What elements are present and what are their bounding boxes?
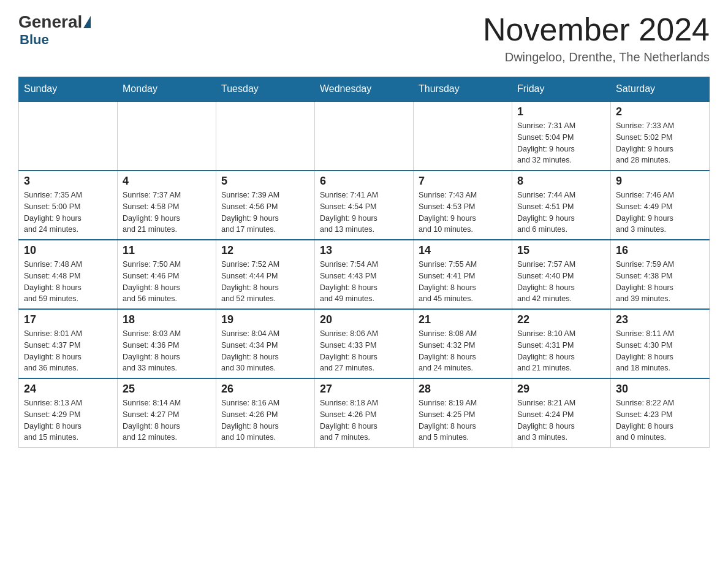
calendar-cell: 1Sunrise: 7:31 AMSunset: 5:04 PMDaylight… [512, 101, 611, 170]
day-info: Sunrise: 8:03 AMSunset: 4:36 PMDaylight:… [123, 328, 211, 374]
day-number: 25 [123, 383, 211, 396]
calendar-cell: 8Sunrise: 7:44 AMSunset: 4:51 PMDaylight… [512, 170, 611, 240]
weekday-header-sunday: Sunday [19, 77, 118, 102]
week-row-1: 1Sunrise: 7:31 AMSunset: 5:04 PMDaylight… [19, 101, 710, 170]
weekday-header-thursday: Thursday [414, 77, 512, 102]
weekday-header-monday: Monday [118, 77, 216, 102]
logo-general-text: General [18, 12, 82, 32]
day-number: 1 [517, 105, 605, 118]
month-title: November 2024 [483, 12, 710, 47]
calendar-cell: 27Sunrise: 8:18 AMSunset: 4:26 PMDayligh… [315, 378, 414, 448]
calendar-cell: 20Sunrise: 8:06 AMSunset: 4:33 PMDayligh… [315, 309, 414, 378]
day-info: Sunrise: 8:06 AMSunset: 4:33 PMDaylight:… [320, 328, 408, 374]
calendar-cell: 4Sunrise: 7:37 AMSunset: 4:58 PMDaylight… [118, 170, 216, 240]
day-number: 5 [221, 175, 309, 188]
day-info: Sunrise: 7:57 AMSunset: 4:40 PMDaylight:… [517, 259, 605, 305]
day-info: Sunrise: 8:08 AMSunset: 4:32 PMDaylight:… [419, 328, 507, 374]
day-number: 30 [616, 383, 704, 396]
day-info: Sunrise: 7:54 AMSunset: 4:43 PMDaylight:… [320, 259, 408, 305]
week-row-2: 3Sunrise: 7:35 AMSunset: 5:00 PMDaylight… [19, 170, 710, 240]
calendar-cell: 15Sunrise: 7:57 AMSunset: 4:40 PMDayligh… [512, 240, 611, 309]
calendar-cell [414, 101, 512, 170]
day-info: Sunrise: 7:46 AMSunset: 4:49 PMDaylight:… [616, 190, 704, 236]
calendar-cell: 5Sunrise: 7:39 AMSunset: 4:56 PMDaylight… [216, 170, 315, 240]
calendar-cell: 16Sunrise: 7:59 AMSunset: 4:38 PMDayligh… [611, 240, 710, 309]
calendar-cell: 30Sunrise: 8:22 AMSunset: 4:23 PMDayligh… [611, 378, 710, 448]
day-info: Sunrise: 8:10 AMSunset: 4:31 PMDaylight:… [517, 328, 605, 374]
calendar-cell: 6Sunrise: 7:41 AMSunset: 4:54 PMDaylight… [315, 170, 414, 240]
day-number: 16 [616, 244, 704, 257]
day-info: Sunrise: 7:33 AMSunset: 5:02 PMDaylight:… [616, 120, 704, 166]
weekday-header-tuesday: Tuesday [216, 77, 315, 102]
calendar-cell: 19Sunrise: 8:04 AMSunset: 4:34 PMDayligh… [216, 309, 315, 378]
day-number: 3 [24, 175, 112, 188]
day-info: Sunrise: 8:16 AMSunset: 4:26 PMDaylight:… [221, 397, 309, 443]
logo-blue-text: Blue [20, 32, 49, 47]
day-number: 7 [419, 175, 507, 188]
calendar-cell: 17Sunrise: 8:01 AMSunset: 4:37 PMDayligh… [19, 309, 118, 378]
calendar-cell: 12Sunrise: 7:52 AMSunset: 4:44 PMDayligh… [216, 240, 315, 309]
day-number: 15 [517, 244, 605, 257]
logo-triangle-icon [83, 16, 91, 28]
day-info: Sunrise: 8:13 AMSunset: 4:29 PMDaylight:… [24, 397, 112, 443]
calendar-cell [315, 101, 414, 170]
day-info: Sunrise: 7:44 AMSunset: 4:51 PMDaylight:… [517, 190, 605, 236]
calendar-cell: 7Sunrise: 7:43 AMSunset: 4:53 PMDaylight… [414, 170, 512, 240]
day-info: Sunrise: 8:18 AMSunset: 4:26 PMDaylight:… [320, 397, 408, 443]
day-number: 23 [616, 313, 704, 326]
week-row-3: 10Sunrise: 7:48 AMSunset: 4:48 PMDayligh… [19, 240, 710, 309]
day-number: 27 [320, 383, 408, 396]
weekday-header-wednesday: Wednesday [315, 77, 414, 102]
day-info: Sunrise: 7:48 AMSunset: 4:48 PMDaylight:… [24, 259, 112, 305]
day-number: 29 [517, 383, 605, 396]
calendar-cell: 29Sunrise: 8:21 AMSunset: 4:24 PMDayligh… [512, 378, 611, 448]
day-info: Sunrise: 7:59 AMSunset: 4:38 PMDaylight:… [616, 259, 704, 305]
calendar-cell [216, 101, 315, 170]
calendar-cell: 18Sunrise: 8:03 AMSunset: 4:36 PMDayligh… [118, 309, 216, 378]
calendar-cell: 3Sunrise: 7:35 AMSunset: 5:00 PMDaylight… [19, 170, 118, 240]
day-info: Sunrise: 7:31 AMSunset: 5:04 PMDaylight:… [517, 120, 605, 166]
calendar-cell: 26Sunrise: 8:16 AMSunset: 4:26 PMDayligh… [216, 378, 315, 448]
day-number: 17 [24, 313, 112, 326]
calendar-cell [19, 101, 118, 170]
day-info: Sunrise: 8:01 AMSunset: 4:37 PMDaylight:… [24, 328, 112, 374]
day-number: 18 [123, 313, 211, 326]
day-number: 11 [123, 244, 211, 257]
day-number: 14 [419, 244, 507, 257]
day-number: 13 [320, 244, 408, 257]
day-info: Sunrise: 8:04 AMSunset: 4:34 PMDaylight:… [221, 328, 309, 374]
day-number: 22 [517, 313, 605, 326]
day-info: Sunrise: 8:21 AMSunset: 4:24 PMDaylight:… [517, 397, 605, 443]
weekday-header-friday: Friday [512, 77, 611, 102]
day-number: 6 [320, 175, 408, 188]
day-info: Sunrise: 7:39 AMSunset: 4:56 PMDaylight:… [221, 190, 309, 236]
day-number: 20 [320, 313, 408, 326]
day-info: Sunrise: 7:43 AMSunset: 4:53 PMDaylight:… [419, 190, 507, 236]
day-info: Sunrise: 7:55 AMSunset: 4:41 PMDaylight:… [419, 259, 507, 305]
weekday-header-saturday: Saturday [611, 77, 710, 102]
calendar-cell: 13Sunrise: 7:54 AMSunset: 4:43 PMDayligh… [315, 240, 414, 309]
logo: General Blue [18, 12, 92, 48]
day-info: Sunrise: 8:11 AMSunset: 4:30 PMDaylight:… [616, 328, 704, 374]
day-info: Sunrise: 8:19 AMSunset: 4:25 PMDaylight:… [419, 397, 507, 443]
day-number: 4 [123, 175, 211, 188]
calendar-cell: 2Sunrise: 7:33 AMSunset: 5:02 PMDaylight… [611, 101, 710, 170]
page-header: General Blue November 2024 Dwingeloo, Dr… [18, 12, 710, 64]
calendar-cell: 21Sunrise: 8:08 AMSunset: 4:32 PMDayligh… [414, 309, 512, 378]
day-number: 10 [24, 244, 112, 257]
day-number: 28 [419, 383, 507, 396]
calendar-cell: 22Sunrise: 8:10 AMSunset: 4:31 PMDayligh… [512, 309, 611, 378]
day-number: 9 [616, 175, 704, 188]
day-info: Sunrise: 7:50 AMSunset: 4:46 PMDaylight:… [123, 259, 211, 305]
calendar-cell: 11Sunrise: 7:50 AMSunset: 4:46 PMDayligh… [118, 240, 216, 309]
day-info: Sunrise: 7:52 AMSunset: 4:44 PMDaylight:… [221, 259, 309, 305]
day-number: 24 [24, 383, 112, 396]
day-info: Sunrise: 7:41 AMSunset: 4:54 PMDaylight:… [320, 190, 408, 236]
day-number: 21 [419, 313, 507, 326]
day-info: Sunrise: 8:14 AMSunset: 4:27 PMDaylight:… [123, 397, 211, 443]
calendar-cell: 24Sunrise: 8:13 AMSunset: 4:29 PMDayligh… [19, 378, 118, 448]
day-number: 12 [221, 244, 309, 257]
location-subtitle: Dwingeloo, Drenthe, The Netherlands [483, 50, 710, 64]
calendar-cell: 25Sunrise: 8:14 AMSunset: 4:27 PMDayligh… [118, 378, 216, 448]
day-number: 26 [221, 383, 309, 396]
